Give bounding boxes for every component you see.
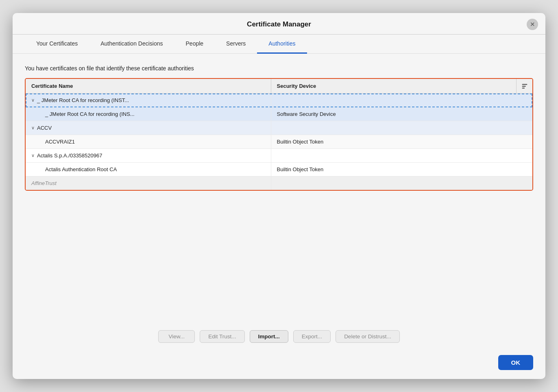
- row-spacer: [516, 149, 532, 162]
- tab-authentication-decisions[interactable]: Authentication Decisions: [89, 35, 174, 54]
- chevron-down-icon: ∨: [31, 98, 35, 103]
- chevron-down-icon: ∨: [31, 125, 35, 131]
- row-spacer: [516, 176, 532, 190]
- cert-name-cell: AffineTrust: [26, 176, 271, 190]
- table-header-row: Certificate Name Security Device: [26, 79, 532, 94]
- chevron-down-icon: ∨: [31, 153, 35, 158]
- sort-icon[interactable]: [516, 79, 532, 93]
- row-spacer: [516, 121, 532, 135]
- close-icon: ✕: [530, 21, 535, 28]
- delete-distrust-button[interactable]: Delete or Distrust...: [336, 330, 400, 343]
- ok-button[interactable]: OK: [498, 355, 534, 370]
- cert-name-cell: Actalis Authentication Root CA: [26, 163, 271, 176]
- table-row[interactable]: _ JMeter Root CA for recording (INS... S…: [26, 107, 532, 121]
- certificates-table[interactable]: Certificate Name Security Device ∨ _ JMe…: [25, 78, 533, 191]
- device-cell: [271, 176, 517, 190]
- device-cell: Builtin Object Token: [271, 135, 517, 148]
- import-button[interactable]: Import...: [250, 330, 288, 343]
- dialog-title: Certificate Manager: [247, 20, 311, 28]
- cert-name-cell: ACCVRAIZ1: [26, 135, 271, 148]
- cert-name-cell: ∨ _ JMeter Root CA for recording (INST..…: [26, 94, 271, 107]
- edit-trust-button[interactable]: Edit Trust...: [200, 330, 244, 343]
- svg-rect-1: [522, 86, 525, 87]
- main-content: You have certificates on file that ident…: [13, 54, 545, 323]
- tab-people[interactable]: People: [174, 35, 215, 54]
- table-row[interactable]: ∨ _ JMeter Root CA for recording (INST..…: [26, 94, 532, 107]
- svg-rect-2: [522, 87, 524, 88]
- device-cell: [271, 94, 517, 107]
- description-text: You have certificates on file that ident…: [25, 65, 533, 72]
- export-button[interactable]: Export...: [293, 330, 331, 343]
- cert-name-cell: ∨ ACCV: [26, 121, 271, 135]
- row-spacer: [516, 107, 532, 121]
- col-header-security-device: Security Device: [271, 79, 517, 93]
- cert-name-cell: ∨ Actalis S.p.A./03358520967: [26, 149, 271, 162]
- table-row[interactable]: Actalis Authentication Root CA Builtin O…: [26, 163, 532, 176]
- action-buttons: View... Edit Trust... Import... Export..…: [13, 323, 545, 351]
- col-header-cert-name: Certificate Name: [26, 79, 271, 93]
- device-cell: Software Security Device: [271, 107, 517, 121]
- svg-rect-0: [522, 84, 527, 85]
- table-row[interactable]: AffineTrust: [26, 176, 532, 190]
- device-cell: Builtin Object Token: [271, 163, 517, 176]
- tab-bar: Your Certificates Authentication Decisio…: [13, 35, 545, 54]
- table-row[interactable]: ∨ ACCV: [26, 121, 532, 135]
- tab-your-certificates[interactable]: Your Certificates: [25, 35, 89, 54]
- dialog-footer: OK: [13, 351, 545, 379]
- row-spacer: [516, 94, 532, 107]
- view-button[interactable]: View...: [158, 330, 195, 343]
- close-button[interactable]: ✕: [527, 19, 538, 30]
- table-row[interactable]: ∨ Actalis S.p.A./03358520967: [26, 149, 532, 163]
- device-cell: [271, 121, 517, 135]
- row-spacer: [516, 135, 532, 148]
- dialog-header: Certificate Manager ✕: [13, 13, 545, 28]
- device-cell: [271, 149, 517, 162]
- cert-name-cell: _ JMeter Root CA for recording (INS...: [26, 107, 271, 121]
- certificate-manager-dialog: Certificate Manager ✕ Your Certificates …: [13, 13, 545, 379]
- tab-authorities[interactable]: Authorities: [257, 35, 307, 54]
- tab-servers[interactable]: Servers: [215, 35, 257, 54]
- table-row[interactable]: ACCVRAIZ1 Builtin Object Token: [26, 135, 532, 149]
- row-spacer: [516, 163, 532, 176]
